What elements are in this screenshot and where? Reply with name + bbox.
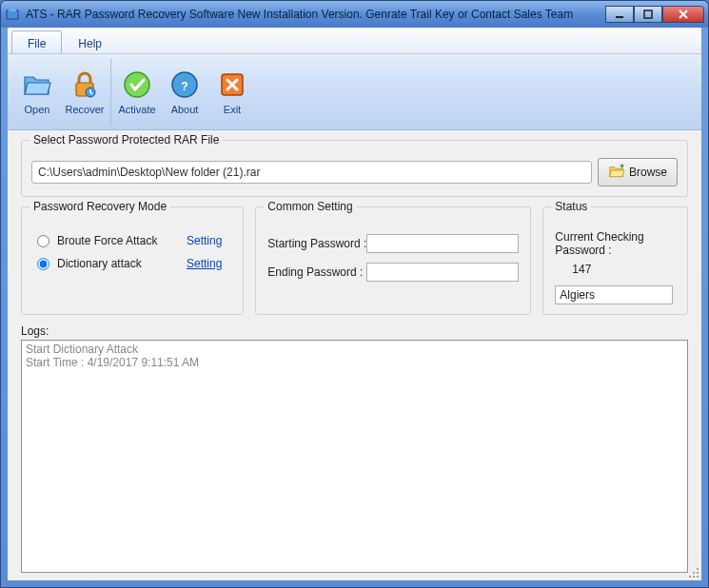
svg-rect-1 (9, 9, 16, 11)
svg-point-12 (697, 572, 699, 574)
svg-rect-0 (7, 10, 18, 19)
toolbar-group-file: Open Recover (11, 58, 111, 126)
client-area: File Help Open Recover (8, 28, 701, 580)
open-button[interactable]: Open (13, 58, 61, 126)
status-group: Status Current Checking Password : 147 A… (542, 206, 688, 315)
about-button[interactable]: ? About (161, 58, 208, 126)
dictionary-label: Dictionary attack (57, 257, 179, 270)
svg-point-10 (697, 568, 699, 570)
logs-label: Logs: (21, 324, 688, 338)
about-label: About (171, 104, 199, 115)
ending-password-label: Ending Password : (267, 265, 363, 279)
svg-point-15 (697, 576, 699, 578)
window-title: ATS - RAR Password Recovery Software New… (26, 8, 605, 21)
ending-password-input[interactable] (366, 263, 519, 282)
menu-file[interactable]: File (11, 30, 62, 53)
svg-rect-3 (644, 10, 652, 18)
svg-point-14 (693, 576, 695, 578)
check-circle-icon (122, 69, 152, 100)
svg-point-6 (125, 72, 149, 97)
toolbar-group-misc: Activate ? About Exit (111, 58, 258, 126)
browse-button[interactable]: Browse (598, 158, 678, 186)
dictionary-setting-link[interactable]: Setting (187, 257, 222, 270)
starting-password-input[interactable] (366, 234, 519, 253)
brute-force-radio[interactable] (37, 235, 49, 247)
minimize-button[interactable] (605, 6, 634, 23)
brute-force-setting-link[interactable]: Setting (187, 234, 222, 247)
svg-point-11 (693, 572, 695, 574)
question-circle-icon: ? (169, 69, 200, 100)
recovery-mode-group: Password Recovery Mode Broute Force Atta… (21, 206, 244, 315)
settings-row: Password Recovery Mode Broute Force Atta… (21, 206, 688, 315)
file-select-legend: Select Password Protected RAR File (30, 133, 223, 147)
svg-text:?: ? (181, 80, 187, 93)
exit-icon (217, 69, 247, 100)
svg-point-13 (689, 576, 691, 578)
maximize-button[interactable] (634, 6, 662, 23)
activate-button[interactable]: Activate (113, 58, 161, 126)
window-controls (605, 6, 704, 23)
starting-password-label: Starting Password : (267, 237, 363, 250)
common-setting-legend: Common Setting (264, 200, 356, 213)
app-icon (5, 7, 20, 22)
browse-label: Browse (629, 166, 667, 179)
folder-browse-icon (608, 164, 625, 182)
checking-password-count: 147 (572, 263, 676, 276)
exit-button[interactable]: Exit (208, 58, 256, 126)
brute-force-label: Broute Force Attack (57, 234, 179, 247)
file-select-group: Select Password Protected RAR File Brows… (21, 140, 688, 197)
recovery-mode-legend: Password Recovery Mode (30, 200, 170, 213)
status-legend: Status (551, 200, 591, 213)
svg-rect-2 (616, 16, 623, 18)
app-window: ATS - RAR Password Recovery Software New… (0, 0, 709, 588)
toolbar: Open Recover Activate (8, 54, 701, 130)
checking-password-label: Current Checking Password : (555, 230, 676, 257)
close-button[interactable] (662, 6, 704, 23)
current-password-field: Algiers (555, 285, 673, 304)
file-path-input[interactable] (31, 161, 592, 184)
recover-label: Recover (66, 104, 105, 115)
logs-group: Logs: Start Dictionary Attack Start Time… (21, 324, 688, 573)
recover-button[interactable]: Recover (61, 58, 108, 126)
activate-label: Activate (118, 104, 155, 115)
resize-grip-icon[interactable] (686, 565, 699, 578)
menu-help[interactable]: Help (62, 30, 118, 53)
lock-recover-icon (69, 69, 100, 100)
open-label: Open (25, 104, 50, 115)
common-setting-group: Common Setting Starting Password : Endin… (255, 206, 531, 315)
title-bar[interactable]: ATS - RAR Password Recovery Software New… (1, 1, 708, 28)
folder-open-icon (22, 69, 52, 100)
menu-bar: File Help (8, 28, 701, 54)
dictionary-radio[interactable] (37, 258, 49, 270)
exit-label: Exit (224, 104, 241, 115)
content-area: Select Password Protected RAR File Brows… (8, 130, 701, 580)
logs-textarea[interactable]: Start Dictionary Attack Start Time : 4/1… (21, 340, 688, 573)
